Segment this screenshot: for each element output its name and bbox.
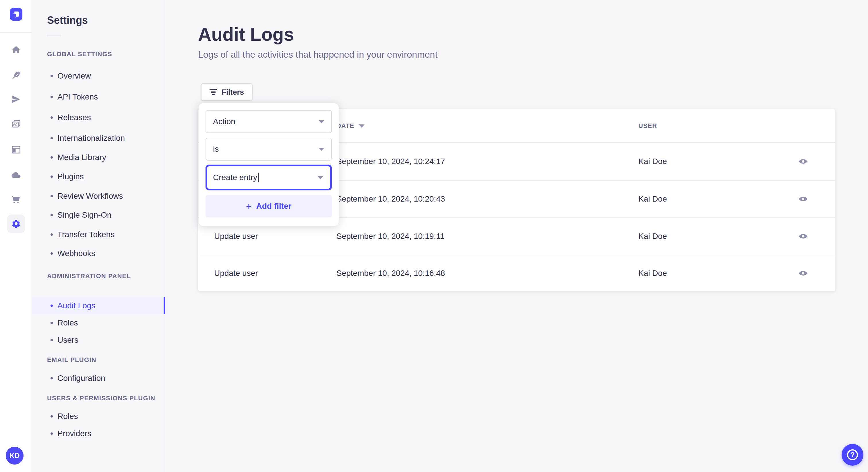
section-label-global-settings: GLOBAL SETTINGS <box>47 50 112 58</box>
text-cursor <box>258 173 259 182</box>
view-details-button[interactable] <box>796 229 811 244</box>
sidebar-item-users[interactable]: Users <box>32 332 165 349</box>
sidebar-item-review-workflows[interactable]: Review Workflows <box>32 188 165 205</box>
filters-button-label: Filters <box>222 88 244 97</box>
sidebar-item-media-library[interactable]: Media Library <box>32 149 165 166</box>
sidebar-item-configuration[interactable]: Configuration <box>32 370 165 387</box>
cart-icon[interactable] <box>10 194 22 205</box>
sidebar-item-up-roles[interactable]: Roles <box>32 408 165 425</box>
sidebar-item-api-tokens[interactable]: API Tokens <box>32 88 165 105</box>
bullet-icon <box>51 432 53 435</box>
view-details-button[interactable] <box>796 192 811 206</box>
eye-icon <box>798 231 808 241</box>
page-title: Audit Logs <box>198 25 294 43</box>
date-cell: September 10, 2024, 10:19:11 <box>336 218 444 255</box>
bullet-icon <box>51 339 53 341</box>
section-label-email-plugin: EMAIL PLUGIN <box>47 356 96 364</box>
chevron-down-icon <box>319 120 324 123</box>
eye-icon <box>798 194 808 204</box>
strapi-logo-icon[interactable] <box>10 8 22 21</box>
sidebar-item-providers[interactable]: Providers <box>32 425 165 442</box>
bullet-icon <box>51 305 53 307</box>
chevron-down-icon <box>317 176 323 179</box>
filter-operator-select[interactable]: is <box>206 138 332 161</box>
date-cell: September 10, 2024, 10:16:48 <box>336 255 445 291</box>
view-details-button[interactable] <box>796 266 811 281</box>
filter-value-combobox[interactable]: Create entry <box>206 165 332 191</box>
sidebar-item-roles[interactable]: Roles <box>32 314 165 332</box>
sidebar-item-overview[interactable]: Overview <box>32 67 165 85</box>
bullet-icon <box>51 137 53 139</box>
bullet-icon <box>51 116 53 119</box>
paper-plane-icon[interactable] <box>10 94 22 105</box>
home-icon[interactable] <box>10 44 22 56</box>
chevron-down-icon <box>319 148 324 151</box>
eye-icon <box>798 157 808 166</box>
sidebar-title: Settings <box>47 14 88 26</box>
bullet-icon <box>51 377 53 379</box>
avatar-initials: KD <box>9 452 20 460</box>
bullet-icon <box>51 252 53 255</box>
user-cell: Kai Doe <box>639 143 667 180</box>
feather-icon[interactable] <box>10 70 22 81</box>
table-row: Update user September 10, 2024, 10:16:48… <box>198 255 835 291</box>
sidebar-item-plugins[interactable]: Plugins <box>32 168 165 185</box>
images-icon[interactable] <box>10 118 22 130</box>
nav-rail: KD <box>0 0 32 472</box>
sidebar-title-divider <box>47 36 61 36</box>
bullet-icon <box>51 322 53 324</box>
section-label-administration-panel: ADMINISTRATION PANEL <box>47 272 131 280</box>
filter-popover: Action is Create entry + Add filter <box>198 103 339 226</box>
user-column-header: USER <box>639 109 657 143</box>
date-cell: September 10, 2024, 10:20:43 <box>336 181 445 217</box>
user-cell: Kai Doe <box>639 255 667 291</box>
strapi-logo-glyph <box>12 10 20 19</box>
layout-icon[interactable] <box>10 144 22 156</box>
filter-field-select[interactable]: Action <box>206 110 332 133</box>
sidebar-item-internationalization[interactable]: Internationalization <box>32 130 165 147</box>
avatar[interactable]: KD <box>6 447 24 465</box>
plus-icon: + <box>246 201 252 211</box>
bullet-icon <box>51 195 53 197</box>
bullet-icon <box>51 75 53 77</box>
sidebar-item-releases[interactable]: Releases <box>32 109 165 126</box>
date-cell: September 10, 2024, 10:24:17 <box>336 143 445 180</box>
user-cell: Kai Doe <box>639 218 667 255</box>
question-mark-icon: ? <box>847 449 858 460</box>
bullet-icon <box>51 233 53 236</box>
gear-icon[interactable] <box>7 214 25 233</box>
view-details-button[interactable] <box>796 154 811 169</box>
add-filter-button[interactable]: + Add filter <box>206 195 332 217</box>
sidebar-item-single-sign-on[interactable]: Single Sign-On <box>32 206 165 224</box>
rail-divider <box>0 32 32 33</box>
sort-caret-down-icon <box>359 125 365 128</box>
section-label-users-permissions-plugin: USERS & PERMISSIONS PLUGIN <box>47 395 155 402</box>
bullet-icon <box>51 415 53 417</box>
active-indicator-bar <box>164 297 165 314</box>
sidebar-item-transfer-tokens[interactable]: Transfer Tokens <box>32 226 165 243</box>
bullet-icon <box>51 96 53 98</box>
filters-button[interactable]: Filters <box>201 83 253 101</box>
date-column-header[interactable]: DATE <box>336 109 365 143</box>
sidebar-item-audit-logs[interactable]: Audit Logs <box>32 297 165 314</box>
bullet-icon <box>51 156 53 159</box>
page-subtitle: Logs of all the activities that happened… <box>198 49 437 60</box>
help-button[interactable]: ? <box>842 444 863 466</box>
filter-icon <box>210 89 217 95</box>
bullet-icon <box>51 214 53 216</box>
user-cell: Kai Doe <box>639 181 667 217</box>
action-cell: Update user <box>214 255 258 291</box>
eye-icon <box>798 268 808 278</box>
sidebar-item-webhooks[interactable]: Webhooks <box>32 245 165 262</box>
app-root: KD Settings GLOBAL SETTINGS Overview API… <box>0 0 868 472</box>
cloud-icon[interactable] <box>10 169 22 181</box>
bullet-icon <box>51 175 53 178</box>
settings-sidebar: Settings GLOBAL SETTINGS Overview API To… <box>32 0 165 472</box>
